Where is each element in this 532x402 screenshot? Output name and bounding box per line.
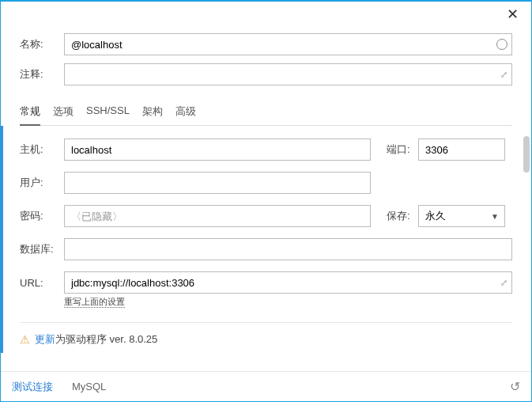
row-database: 数据库: xyxy=(20,238,512,260)
tab-schemas[interactable]: 架构 xyxy=(142,100,163,125)
row-comment: 注释: ⤢ xyxy=(20,63,512,85)
driver-version-text: 为驱动程序 ver. 8.0.25 xyxy=(55,332,157,347)
save-label: 保存: xyxy=(387,209,418,223)
name-input[interactable] xyxy=(64,33,512,55)
host-input[interactable] xyxy=(64,138,371,161)
panel-side-indicator xyxy=(1,126,3,353)
save-select[interactable] xyxy=(418,205,505,227)
row-url: URL: ⤢ xyxy=(20,271,512,294)
driver-update-link[interactable]: 更新 xyxy=(35,332,55,347)
revert-icon[interactable]: ↺ xyxy=(510,379,520,394)
row-password: 密码: 保存: ▼ xyxy=(20,205,512,227)
password-label: 密码: xyxy=(20,209,64,223)
database-input[interactable] xyxy=(64,238,512,260)
row-name: 名称: xyxy=(20,33,512,55)
titlebar: ✕ xyxy=(1,2,531,27)
database-label: 数据库: xyxy=(20,242,64,256)
port-label: 端口: xyxy=(387,142,418,157)
form-area: 名称: 注释: ⤢ 常规 选项 SSH/SSL 架构 高级 主机: xyxy=(1,27,531,371)
driver-row: ⚠ 更新 为驱动程序 ver. 8.0.25 xyxy=(20,322,512,347)
scrollbar[interactable] xyxy=(523,136,530,346)
tab-sshssl[interactable]: SSH/SSL xyxy=(86,100,130,125)
comment-label: 注释: xyxy=(20,67,64,82)
dialog-window: ✕ 名称: 注释: ⤢ 常规 选项 SSH/SSL 架构 高级 xyxy=(0,0,532,402)
footer: 测试连接 MySQL ↺ xyxy=(1,371,531,401)
comment-input[interactable] xyxy=(64,63,512,85)
user-input[interactable] xyxy=(64,172,371,194)
password-input[interactable] xyxy=(64,205,371,227)
warning-icon: ⚠ xyxy=(20,333,30,346)
tab-general[interactable]: 常规 xyxy=(20,100,40,125)
close-icon[interactable]: ✕ xyxy=(500,2,525,26)
general-panel: 主机: 端口: 用户: 密码: 保存: ▼ xyxy=(20,138,512,347)
user-label: 用户: xyxy=(20,176,64,190)
color-circle-icon[interactable] xyxy=(496,39,507,50)
tab-advanced[interactable]: 高级 xyxy=(175,100,196,125)
port-input[interactable] xyxy=(418,138,505,161)
host-label: 主机: xyxy=(20,142,64,157)
row-host: 主机: 端口: xyxy=(20,138,512,161)
footer-db-name[interactable]: MySQL xyxy=(72,381,106,393)
tab-options[interactable]: 选项 xyxy=(53,100,74,125)
url-label: URL: xyxy=(20,277,64,289)
tabs: 常规 选项 SSH/SSL 架构 高级 xyxy=(20,100,512,126)
url-input[interactable] xyxy=(64,271,512,294)
name-label: 名称: xyxy=(20,37,64,51)
url-override-hint[interactable]: 重写上面的设置 xyxy=(64,297,125,308)
test-connection-link[interactable]: 测试连接 xyxy=(12,380,53,394)
scrollbar-thumb[interactable] xyxy=(523,136,530,173)
row-user: 用户: xyxy=(20,172,512,194)
